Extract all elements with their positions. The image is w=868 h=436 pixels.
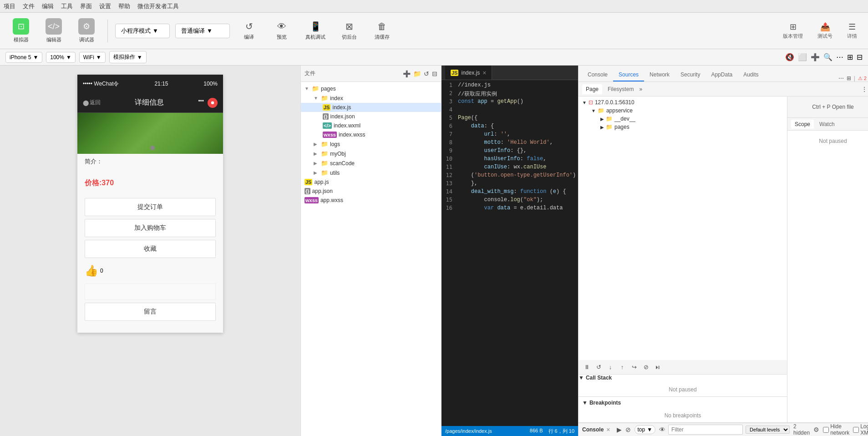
phone-more-icon[interactable]: ••• [198, 98, 204, 108]
watch-tab[interactable]: Watch [816, 120, 838, 129]
operation-selector[interactable]: 模拟操作 ▼ [109, 51, 147, 63]
menu-item-edit[interactable]: 编辑 [42, 2, 54, 10]
console-block-icon[interactable]: ⊘ [625, 426, 631, 433]
menu-item-interface[interactable]: 界面 [80, 2, 92, 10]
console-close-btn[interactable]: × [606, 426, 610, 433]
devtab-security[interactable]: Security [675, 69, 706, 81]
devtools-layout-icon[interactable]: ⊞ [847, 75, 851, 81]
expand-icon[interactable]: ⊟ [857, 53, 863, 61]
tree-item-pages[interactable]: ▼ 📁 pages [301, 84, 441, 93]
tree-item-index-folder[interactable]: ▼ 📁 index [301, 93, 441, 103]
compile-dropdown[interactable]: 普通编译 ▼ [175, 24, 230, 38]
refresh-icon[interactable]: ↺ [424, 70, 429, 77]
comment-input[interactable] [85, 284, 216, 300]
top-selector[interactable]: top ▼ [635, 425, 656, 434]
step-out-btn[interactable]: ↑ [618, 363, 627, 372]
add-file-icon[interactable]: ➕ [403, 70, 411, 77]
file-panel-title: 文件 [305, 70, 315, 77]
editor-button[interactable]: </> 编辑器 [40, 15, 67, 46]
console-filter-input[interactable] [668, 425, 743, 435]
console-run-icon[interactable]: ▶ [617, 426, 622, 433]
code-content[interactable]: 1 //index.js 2 //获取应用实例 3 const app = ge… [442, 80, 578, 426]
subtab-action-icon[interactable]: ⋮ [861, 86, 868, 93]
tree-item-index-json[interactable]: {} index.json [301, 112, 441, 121]
dt-item-appservice[interactable]: ▼ 📁 appservice [579, 106, 787, 115]
debugger-button[interactable]: ⚙ 调试器 [73, 15, 100, 46]
devtab-network[interactable]: Network [644, 69, 675, 81]
breakpoints-arrow[interactable]: ▼ [582, 400, 588, 406]
tree-item-utils[interactable]: ▶ 📁 utils [301, 168, 441, 177]
tree-item-index-wxss[interactable]: wxss index.wxss [301, 130, 441, 139]
step-over-btn[interactable]: ↺ [594, 363, 603, 372]
detail-btn[interactable]: ☰ 详情 [843, 20, 861, 41]
pause-btn[interactable]: ⏸ [582, 363, 591, 372]
preview-button[interactable]: 👁 预览 [268, 19, 295, 43]
eye-icon[interactable]: 👁 [659, 426, 665, 433]
network-selector[interactable]: WiFi ▼ [79, 52, 106, 63]
menu-item-file[interactable]: 文件 [23, 2, 35, 10]
subtab-filesystem[interactable]: Filesystem [604, 84, 637, 94]
comment-btn[interactable]: 留言 [85, 303, 216, 321]
add-cart-btn[interactable]: 加入购物车 [85, 219, 216, 237]
scope-tab[interactable]: Scope [791, 120, 814, 129]
tree-item-scancode[interactable]: ▶ 📁 scanCode [301, 158, 441, 168]
cut-button[interactable]: ⊠ 切后台 [335, 18, 363, 43]
clear-cache-button[interactable]: 🗑 清缓存 [368, 19, 396, 43]
add-icon[interactable]: ➕ [811, 53, 820, 61]
menu-item-help[interactable]: 帮助 [118, 2, 130, 10]
devtab-console[interactable]: Console [582, 69, 613, 81]
version-btn[interactable]: ⊞ 版本管理 [779, 20, 807, 41]
menu-item-project[interactable]: 项目 [4, 2, 15, 10]
zoom-selector[interactable]: 100% ▼ [46, 52, 76, 63]
devtab-audits[interactable]: Audits [738, 69, 764, 81]
default-levels-select[interactable]: Default levels [746, 426, 790, 434]
more-icon[interactable]: ⋯ [836, 53, 843, 61]
compile-button[interactable]: ↺ 编译 [235, 18, 263, 43]
device-selector[interactable]: iPhone 5 ▼ [5, 52, 42, 63]
hide-network-checkbox[interactable] [823, 427, 829, 433]
tab-close-btn[interactable]: × [482, 69, 486, 76]
collapse-all-icon[interactable]: ⊟ [432, 70, 437, 77]
search-icon[interactable]: 🔍 [823, 53, 832, 61]
editor-tab-index-js[interactable]: JS index.js × [445, 66, 492, 80]
phone-back-btn[interactable]: ⬤ 返回 [83, 99, 101, 106]
speaker-icon[interactable]: 🔇 [785, 53, 794, 61]
test-num-btn[interactable]: 📤 测试号 [814, 20, 836, 41]
mode-dropdown[interactable]: 小程序模式 ▼ [115, 24, 170, 38]
async-btn[interactable]: ⏯ [653, 363, 662, 372]
menu-item-wechat-tools[interactable]: 微信开发者工具 [137, 2, 179, 10]
devtab-appdata[interactable]: AppData [706, 69, 738, 81]
call-stack-arrow[interactable]: ▼ [579, 375, 584, 381]
tree-item-index-wxml[interactable]: </> index.wxml [301, 121, 441, 130]
simulator-button[interactable]: ⊡ 模拟器 [7, 15, 35, 46]
step-btn[interactable]: ↪ [629, 363, 639, 372]
dt-item-pages[interactable]: ▶ 📁 pages [579, 123, 787, 131]
tree-item-index-js[interactable]: JS index.js [301, 103, 441, 112]
index-arrow: ▼ [314, 96, 319, 101]
tree-item-myobj[interactable]: ▶ 📁 myObj [301, 149, 441, 158]
phone-record-icon[interactable]: ⏺ [208, 98, 218, 108]
camera-icon[interactable]: ⬜ [798, 53, 807, 61]
dt-item-dev[interactable]: ▶ 📁 __dev__ [579, 115, 787, 123]
tree-item-app-wxss[interactable]: wxss app.wxss [301, 196, 441, 205]
layout-icon[interactable]: ⊞ [847, 53, 853, 61]
real-device-button[interactable]: 📱 真机调试 [301, 18, 330, 43]
add-folder-icon[interactable]: 📁 [413, 70, 421, 77]
tree-item-app-js[interactable]: JS app.js [301, 177, 441, 187]
subtab-more[interactable]: » [639, 86, 642, 92]
devtab-sources[interactable]: Sources [613, 69, 644, 81]
deactivate-btn[interactable]: ⊘ [641, 363, 650, 372]
menu-item-tools[interactable]: 工具 [61, 2, 73, 10]
submit-order-btn[interactable]: 提交订单 [85, 198, 216, 216]
subtab-page[interactable]: Page [582, 84, 602, 94]
step-into-btn[interactable]: ↓ [606, 363, 615, 372]
tree-item-logs[interactable]: ▶ 📁 logs [301, 139, 441, 149]
log-xmlhttp-checkbox[interactable] [853, 427, 859, 433]
settings-icon[interactable]: ⚙ [813, 426, 819, 433]
menu-item-settings[interactable]: 设置 [99, 2, 111, 10]
favorite-btn[interactable]: 收藏 [85, 240, 216, 258]
tree-item-app-json[interactable]: {} app.json [301, 187, 441, 196]
devtools-more-icon[interactable]: ⋯ [838, 75, 844, 81]
dt-item-server[interactable]: ▼ ⊡ 127.0.0.1:56310 [579, 98, 787, 106]
like-icon[interactable]: 👍 [85, 264, 98, 277]
